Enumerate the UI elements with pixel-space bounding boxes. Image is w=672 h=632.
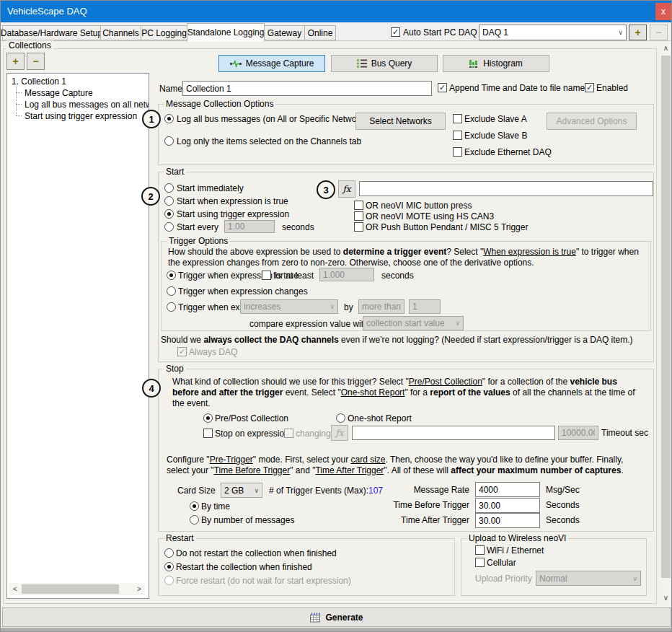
- tab-pc-logging[interactable]: PC Logging: [141, 25, 187, 40]
- log-only-channels-radio[interactable]: [164, 136, 174, 146]
- tab-database-hardware-setup[interactable]: Database/Hardware Setup: [2, 25, 101, 40]
- remove-daq-button[interactable]: −: [650, 25, 668, 40]
- do-not-restart-label: Do not restart the collection when finis…: [176, 548, 337, 558]
- start-immediately-radio[interactable]: [164, 183, 174, 193]
- histogram-button[interactable]: Histogram: [443, 55, 549, 72]
- start-when-expression-radio[interactable]: [164, 196, 174, 206]
- exclude-slave-a-checkbox[interactable]: [453, 114, 462, 123]
- start-every-seconds-input[interactable]: [224, 220, 275, 233]
- message-rate-input[interactable]: [475, 482, 540, 497]
- chevron-down-icon: ∨: [618, 29, 623, 36]
- histogram-icon: [469, 59, 479, 68]
- stop-on-expression-checkbox[interactable]: [203, 429, 213, 438]
- scroll-left-icon[interactable]: <: [10, 583, 20, 595]
- tree-connector: [16, 104, 22, 105]
- daq-select-value: DAQ 1: [482, 27, 508, 38]
- compare-value-select[interactable]: collection start value ∨: [363, 316, 464, 330]
- expression-change-select[interactable]: increases ∨: [240, 299, 338, 314]
- start-expression-input[interactable]: [359, 181, 653, 196]
- message-capture-button[interactable]: Message Capture: [218, 55, 325, 72]
- cellular-checkbox[interactable]: [475, 558, 485, 567]
- log-all-bus-messages-radio[interactable]: [164, 114, 174, 123]
- stop-expression-input[interactable]: [352, 426, 555, 440]
- do-not-restart-radio[interactable]: [164, 548, 174, 558]
- by-time-radio[interactable]: [190, 501, 199, 511]
- for-at-least-seconds-input[interactable]: [319, 268, 374, 281]
- wifi-ethernet-checkbox[interactable]: [475, 545, 485, 555]
- fx-icon: ƒx: [335, 428, 343, 438]
- or-push-button-pendant-checkbox[interactable]: [354, 222, 363, 232]
- tab-channels[interactable]: Channels: [100, 25, 141, 40]
- trigger-when-changes-radio[interactable]: [167, 286, 176, 296]
- tree-hscrollbar-thumb[interactable]: [22, 584, 119, 594]
- exclude-slave-a-label: Exclude Slave A: [464, 114, 527, 124]
- by-amount-input[interactable]: [409, 299, 441, 314]
- for-at-least-checkbox[interactable]: [262, 271, 271, 280]
- bus-query-icon: [357, 59, 367, 68]
- add-collection-button[interactable]: +: [6, 53, 25, 70]
- scroll-right-icon[interactable]: >: [134, 583, 144, 595]
- trigger-when-true-radio[interactable]: [167, 271, 176, 280]
- tree-item-start-using-trigger[interactable]: Start using trigger expression: [25, 111, 137, 121]
- exclude-ethernet-daq-checkbox[interactable]: [453, 147, 462, 157]
- tree-item-message-capture[interactable]: Message Capture: [25, 88, 93, 98]
- advanced-options-button[interactable]: Advanced Options: [547, 113, 637, 130]
- generate-icon: [310, 613, 321, 623]
- restart-when-finished-radio[interactable]: [164, 562, 174, 571]
- stop-intro: What kind of collection should we use fo…: [172, 377, 641, 409]
- start-every-radio[interactable]: [164, 222, 174, 232]
- trigger-options-intro: How should the above expression be used …: [168, 247, 644, 268]
- append-time-date-checkbox[interactable]: ✓: [438, 83, 447, 92]
- one-shot-report-radio[interactable]: [336, 413, 345, 423]
- by-number-of-messages-radio[interactable]: [190, 515, 199, 525]
- main-vscrollbar-thumb[interactable]: [661, 56, 671, 578]
- card-size-select[interactable]: 2 GB ∨: [221, 483, 262, 498]
- start-expression-fx-button[interactable]: ƒx: [338, 180, 355, 198]
- select-networks-button[interactable]: Select Networks: [355, 113, 446, 130]
- upload-label: Upload to Wireless neoVI: [467, 533, 568, 543]
- exclude-ethernet-daq-label: Exclude Ethernet DAQ: [464, 147, 552, 157]
- collection-name-input[interactable]: [182, 81, 432, 96]
- bus-query-button[interactable]: Bus Query: [331, 55, 438, 72]
- one-shot-report-label: One-shot Report: [348, 413, 412, 423]
- changing-checkbox[interactable]: [284, 429, 293, 438]
- scroll-down-icon[interactable]: ∨: [660, 592, 672, 604]
- trigger-when-changes-label: Trigger when expression changes: [178, 286, 308, 297]
- timeout-input[interactable]: [558, 426, 598, 440]
- by-time-label: By time: [201, 501, 230, 512]
- for-at-least-seconds-unit: seconds: [381, 271, 414, 281]
- annotation-circle-1: 1: [142, 110, 161, 128]
- tab-gateway[interactable]: Gateway: [264, 25, 305, 40]
- exclude-slave-b-checkbox[interactable]: [453, 131, 462, 140]
- card-size-value: 2 GB: [224, 486, 244, 496]
- tab-standalone-logging[interactable]: Standalone Logging: [187, 23, 265, 42]
- time-after-trigger-input[interactable]: [475, 513, 540, 528]
- or-neovi-mote-checkbox[interactable]: [354, 211, 363, 221]
- tab-online[interactable]: Online: [304, 25, 336, 40]
- upload-priority-value: Normal: [539, 574, 567, 584]
- force-restart-radio[interactable]: [164, 576, 174, 585]
- auto-start-pc-daq-checkbox[interactable]: ✓: [391, 27, 400, 37]
- pre-post-collection-radio[interactable]: [203, 413, 213, 423]
- start-using-trigger-radio[interactable]: [164, 209, 174, 219]
- remove-collection-button[interactable]: −: [27, 53, 45, 70]
- generate-button[interactable]: Generate: [2, 607, 671, 627]
- always-daq-checkbox[interactable]: ✓: [177, 347, 187, 356]
- tree-item-collection[interactable]: 1. Collection 1: [12, 76, 66, 87]
- check-icon: ✓: [179, 347, 185, 356]
- tree-item-log-all-bus-messages[interactable]: Log all bus messages on all networks: [25, 100, 149, 110]
- time-before-trigger-input[interactable]: [475, 498, 540, 513]
- upload-priority-select[interactable]: Normal ∨: [536, 571, 641, 586]
- daq-select[interactable]: DAQ 1 ∨: [479, 25, 627, 40]
- scroll-up-icon[interactable]: ∧: [660, 42, 672, 54]
- log-only-channels-label: Log only the items selected on the Chann…: [177, 136, 361, 146]
- trigger-options-label: Trigger Options: [167, 236, 230, 246]
- auto-start-pc-daq-label: Auto Start PC DAQ: [403, 27, 477, 38]
- enabled-checkbox[interactable]: ✓: [585, 83, 594, 92]
- close-button[interactable]: x: [655, 3, 671, 20]
- add-daq-button[interactable]: +: [629, 25, 647, 40]
- more-than-select[interactable]: more than ∨: [358, 299, 404, 314]
- trigger-when-expression-radio[interactable]: [167, 302, 176, 312]
- stop-expression-fx-button[interactable]: ƒx: [331, 425, 348, 441]
- or-neovi-mic-checkbox[interactable]: [354, 201, 363, 210]
